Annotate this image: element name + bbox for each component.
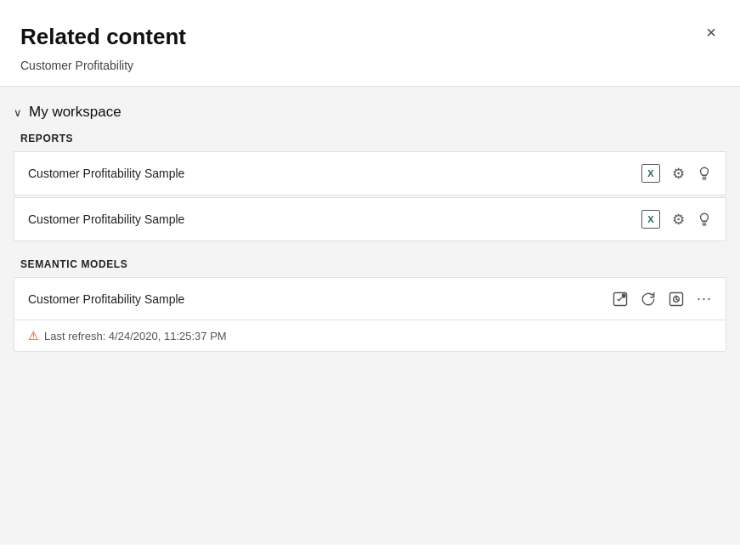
workspace-section: ∨ My workspace REPORTS Customer Profitab… [14,104,726,352]
report-item-1: Customer Profitability Sample X ⚙ [14,151,726,195]
panel-title: Related content [20,24,720,50]
settings-icon-1[interactable]: ⚙ [672,165,685,183]
refresh-icon[interactable] [641,291,656,307]
svg-text:+: + [623,294,624,297]
report-item-2-name: Customer Profitability Sample [28,212,184,226]
reports-section: REPORTS Customer Profitability Sample X … [14,133,726,241]
refresh-text: Last refresh: 4/24/2020, 11:25:37 PM [44,330,227,342]
close-button[interactable]: × [699,20,723,44]
semantic-model-wrapper: Customer Profitability Sample + [14,277,726,352]
workspace-header[interactable]: ∨ My workspace [14,104,726,121]
semantic-model-item-1-name: Customer Profitability Sample [28,292,184,306]
quickinsights-icon-1[interactable] [697,166,712,181]
report-item-2: Customer Profitability Sample X ⚙ [14,197,726,241]
security-icon[interactable] [668,291,685,308]
report-item-1-actions: X ⚙ [641,164,712,183]
chevron-icon: ∨ [14,106,22,119]
workspace-name: My workspace [29,104,121,121]
report-item-2-actions: X ⚙ [641,210,712,229]
panel-header: Related content Customer Profitability × [0,0,740,87]
semantic-model-item-1-actions: + [612,290,712,308]
quickinsights-icon-2[interactable] [697,212,712,227]
panel-body: ∨ My workspace REPORTS Customer Profitab… [0,87,740,545]
excel-analyze-icon-2[interactable]: X [641,210,660,229]
refresh-info: ⚠ Last refresh: 4/24/2020, 11:25:37 PM [14,320,726,351]
related-content-panel: Related content Customer Profitability ×… [0,0,740,560]
warning-icon: ⚠ [28,329,39,342]
report-item-1-name: Customer Profitability Sample [28,167,184,180]
panel-subtitle: Customer Profitability [20,59,720,72]
analyze-icon[interactable]: + [612,291,629,308]
excel-analyze-icon-1[interactable]: X [641,164,660,183]
semantic-models-label: SEMANTIC MODELS [14,258,726,270]
more-options-icon[interactable]: ··· [697,290,712,308]
semantic-model-item-1: Customer Profitability Sample + [14,278,726,320]
settings-icon-2[interactable]: ⚙ [672,211,685,229]
semantic-models-section: SEMANTIC MODELS Customer Profitability S… [14,258,726,352]
reports-label: REPORTS [14,133,726,144]
